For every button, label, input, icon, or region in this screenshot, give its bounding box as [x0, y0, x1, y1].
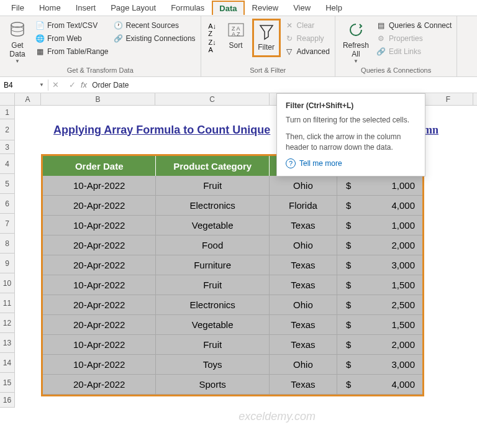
edit-links-button[interactable]: 🔗Edit Links [375, 46, 453, 57]
col-header[interactable]: A [15, 93, 41, 105]
tab-formulas[interactable]: Formulas [163, 1, 212, 15]
properties-button[interactable]: ⚙Properties [375, 33, 453, 44]
fx-icon: fx [81, 80, 87, 89]
tell-me-more-link[interactable]: ? Tell me more [286, 158, 416, 168]
table-row[interactable]: 10-Apr-2022FruitTexas$2,000 [43, 335, 422, 355]
database-icon [7, 20, 27, 40]
cell-sales: $3,000 [337, 255, 422, 275]
refresh-all-button[interactable]: Refresh All ▼ [339, 19, 373, 65]
sort-asc-button[interactable]: A↓Z [205, 22, 220, 37]
filter-tooltip: Filter (Ctrl+Shift+L) Turn on filtering … [276, 93, 425, 176]
row-header[interactable]: 3 [0, 140, 15, 154]
col-header[interactable]: B [41, 93, 155, 105]
tab-review[interactable]: Review [245, 1, 286, 15]
row-header[interactable]: 6 [0, 194, 15, 214]
sort-desc-button[interactable]: Z↓A [205, 39, 220, 53]
sort-button[interactable]: Z AA Z Sort [222, 19, 250, 57]
cancel-icon[interactable]: ✕ [48, 80, 63, 89]
tab-pagelayout[interactable]: Page Layout [103, 1, 163, 15]
group-get-transform: Get Data ▼ 📄From Text/CSV 🌐From Web ▦Fro… [0, 16, 201, 76]
table-row[interactable]: 20-Apr-2022ElectronicsOhio$2,500 [43, 295, 422, 315]
header-order-date: Order Date [43, 156, 156, 176]
chevron-down-icon: ▼ [353, 58, 358, 64]
clear-button[interactable]: ✕Clear [283, 20, 331, 31]
funnel-icon [257, 22, 276, 42]
row-header[interactable]: 2 [0, 119, 15, 140]
sort-asc-icon: A↓Z [208, 22, 216, 37]
connection-icon: 🔗 [114, 34, 124, 43]
chevron-down-icon: ▼ [39, 82, 44, 88]
cell-category: Furniture [156, 255, 269, 275]
from-text-csv-button[interactable]: 📄From Text/CSV [34, 20, 110, 31]
queries-connections-button[interactable]: ▤Queries & Connect [375, 20, 453, 31]
sort-icon: Z AA Z [226, 20, 246, 40]
table-row[interactable]: 20-Apr-2022FurnitureTexas$3,000 [43, 255, 422, 275]
col-header[interactable]: F [424, 93, 473, 105]
cell-sales: $1,500 [337, 275, 422, 295]
name-box[interactable]: B4 ▼ [0, 80, 48, 91]
select-all-corner[interactable] [0, 93, 15, 105]
row-header[interactable]: 7 [0, 214, 15, 234]
filter-label: Filter [258, 43, 275, 52]
row-header[interactable]: 8 [0, 234, 15, 254]
row-header[interactable]: 10 [0, 273, 15, 293]
row-header[interactable]: 4 [0, 154, 15, 174]
group-label: Queries & Connections [339, 66, 453, 75]
cell-sales: $1,000 [337, 216, 422, 235]
cell-category: Electronics [156, 196, 269, 216]
filter-button[interactable]: Filter [252, 19, 281, 57]
row-header[interactable]: 5 [0, 174, 15, 194]
refresh-icon [346, 20, 366, 40]
tab-insert[interactable]: Insert [68, 1, 104, 15]
row-header[interactable]: 13 [0, 333, 15, 353]
cell-date: 10-Apr-2022 [43, 176, 156, 196]
table-row[interactable]: 20-Apr-2022FoodOhio$2,000 [43, 235, 422, 255]
table-row[interactable]: 10-Apr-2022FruitOhio$1,000 [43, 176, 422, 196]
table-row[interactable]: 20-Apr-2022SportsTexas$4,000 [43, 375, 422, 395]
from-web-button[interactable]: 🌐From Web [34, 33, 110, 44]
from-table-button[interactable]: ▦From Table/Range [34, 46, 110, 57]
tooltip-title: Filter (Ctrl+Shift+L) [286, 101, 416, 110]
tab-help[interactable]: Help [318, 1, 350, 15]
table-row[interactable]: 10-Apr-2022ToysOhio$3,000 [43, 355, 422, 375]
tab-view[interactable]: View [286, 1, 318, 15]
file-icon: 📄 [35, 21, 45, 30]
table-row[interactable]: 20-Apr-2022ElectronicsFlorida$4,000 [43, 196, 422, 216]
reapply-icon: ↻ [284, 34, 294, 43]
recent-sources-button[interactable]: 🕐Recent Sources [112, 20, 197, 31]
get-data-button[interactable]: Get Data ▼ [4, 19, 31, 65]
ribbon-tabs: File Home Insert Page Layout Formulas Da… [0, 0, 477, 16]
row-header[interactable]: 1 [0, 106, 15, 119]
accept-icon[interactable]: ✓ [69, 80, 76, 89]
table-icon: ▦ [35, 47, 45, 57]
advanced-icon: ▽ [284, 47, 294, 57]
existing-connections-button[interactable]: 🔗Existing Connections [112, 33, 197, 44]
cell-date: 10-Apr-2022 [43, 275, 156, 295]
row-header[interactable]: 12 [0, 313, 15, 333]
row-header[interactable]: 16 [0, 393, 15, 408]
help-icon: ? [286, 158, 296, 168]
formula-bar: B4 ▼ ✕ ✓ fx Order Date [0, 77, 477, 93]
reapply-button[interactable]: ↻Reapply [283, 33, 331, 44]
tab-data[interactable]: Data [212, 1, 244, 15]
advanced-button[interactable]: ▽Advanced [283, 46, 331, 57]
col-header[interactable]: C [155, 93, 270, 105]
tab-home[interactable]: Home [32, 1, 68, 15]
cell-state: Ohio [270, 176, 337, 196]
cell-state: Ohio [270, 355, 337, 375]
cell-sales: $1,500 [337, 315, 422, 335]
row-header[interactable]: 9 [0, 254, 15, 273]
table-row[interactable]: 20-Apr-2022VegetableTexas$1,500 [43, 315, 422, 335]
cell-date: 10-Apr-2022 [43, 216, 156, 235]
table-row[interactable]: 10-Apr-2022FruitTexas$1,500 [43, 275, 422, 295]
formula-input[interactable]: fx Order Date [76, 80, 477, 89]
cell-state: Ohio [270, 295, 337, 315]
row-header[interactable]: 11 [0, 293, 15, 313]
table-row[interactable]: 10-Apr-2022VegetableTexas$1,000 [43, 216, 422, 235]
tab-file[interactable]: File [4, 1, 32, 15]
sort-label: Sort [229, 41, 243, 50]
sort-desc-icon: Z↓A [208, 39, 216, 53]
links-icon: 🔗 [376, 47, 386, 57]
row-header[interactable]: 14 [0, 353, 15, 373]
row-header[interactable]: 15 [0, 373, 15, 393]
